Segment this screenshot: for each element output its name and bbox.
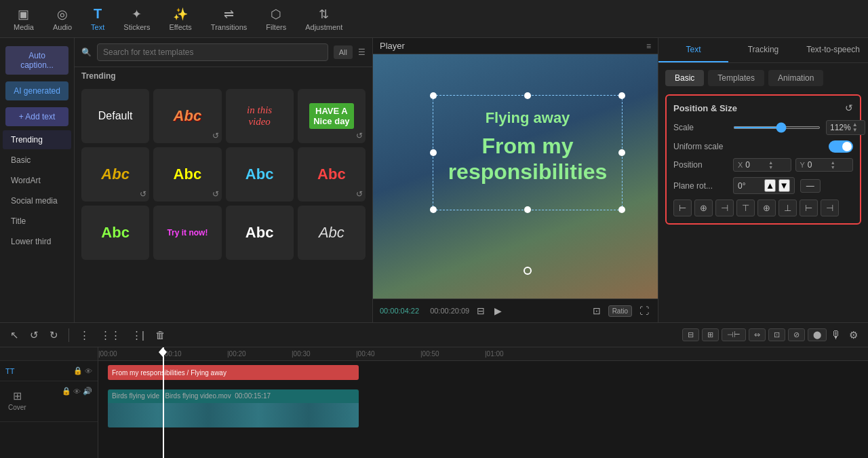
tl-tool-2[interactable]: ⊞ (702, 328, 719, 341)
align-top[interactable]: ⊤ (736, 199, 755, 216)
redo-button[interactable]: ↻ (46, 327, 62, 343)
sidebar-item-social-media[interactable]: Social media (3, 191, 71, 210)
tl-tool-4[interactable]: ⇔ (749, 328, 766, 341)
time-total: 00:00:20:09 (430, 307, 469, 315)
toolbar-transitions[interactable]: ⇌ Transitions (204, 4, 254, 34)
trim-button[interactable]: ⋮| (128, 327, 148, 343)
player-menu-icon[interactable]: ≡ (646, 41, 651, 51)
align-distribute-v[interactable]: ⊣ (821, 199, 839, 216)
align-distribute-h[interactable]: ⊢ (800, 199, 818, 216)
add-text-button[interactable]: + Add text (5, 107, 68, 126)
template-abc-white[interactable]: Abc (226, 206, 294, 260)
template-default[interactable]: Default (81, 89, 149, 143)
rot-down[interactable]: ▼ (778, 179, 790, 192)
toolbar-audio[interactable]: ◎ Audio (46, 4, 79, 34)
tab-text-to-speech[interactable]: Text-to-speech (798, 38, 868, 62)
tl-tool-3[interactable]: ⊣⊢ (722, 328, 746, 341)
position-x-field: X ▲ ▼ (733, 158, 791, 172)
template-have-nice-day[interactable]: HAVE ANice day ↺ (298, 89, 366, 143)
sub-tab-animation[interactable]: Animation (768, 70, 823, 86)
pos-y-down[interactable]: ▼ (831, 165, 835, 170)
toolbar-media[interactable]: ▣ Media (7, 4, 41, 34)
video-track-audio[interactable]: 🔊 (83, 387, 92, 396)
scale-slider[interactable] (733, 126, 821, 129)
rot-up[interactable]: ▲ (764, 179, 776, 192)
sidebar-item-wordart[interactable]: WordArt (3, 171, 71, 190)
sidebar-item-basic[interactable]: Basic (3, 151, 71, 170)
align-buttons-row: ⊢ ⊕ ⊣ ⊤ ⊕ ⊥ ⊢ ⊣ (673, 199, 853, 216)
toolbar-adjustment[interactable]: ⇅ Adjustment (298, 4, 349, 34)
position-y-field: Y ▲ ▼ (795, 158, 854, 172)
template-abc-gold[interactable]: Abc ↺ (81, 147, 149, 202)
position-y-input[interactable] (808, 160, 828, 170)
scale-down[interactable]: ▼ (852, 128, 858, 133)
toolbar-effects[interactable]: ✨ Effects (162, 4, 198, 34)
search-input[interactable] (97, 43, 328, 61)
undo-button[interactable]: ↺ (26, 327, 42, 343)
tl-tool-1[interactable]: ⊟ (682, 328, 699, 341)
plane-rot-input[interactable] (738, 181, 762, 191)
cover-button[interactable]: ⊞ Cover (5, 387, 29, 414)
ai-generated-button[interactable]: AI generated (5, 81, 68, 100)
tl-settings[interactable]: ⚙ (846, 327, 861, 343)
all-filter-button[interactable]: All (334, 45, 353, 59)
pos-y-up[interactable]: ▲ (831, 160, 835, 165)
mic-button[interactable]: 🎙 (831, 329, 842, 341)
video-track-eye[interactable]: 👁 (73, 387, 81, 396)
tl-tool-7[interactable]: ⬤ (808, 328, 827, 341)
sub-tab-basic[interactable]: Basic (665, 70, 704, 86)
template-abc-cyan[interactable]: Abc (226, 147, 294, 202)
sidebar-item-title[interactable]: Title (3, 212, 71, 231)
canvas-center-handle[interactable] (524, 267, 532, 275)
tab-text[interactable]: Text (658, 38, 728, 62)
position-x-stepper[interactable]: ▲ ▼ (768, 160, 773, 170)
template-abc-red2[interactable]: Abc ↺ (298, 147, 366, 202)
toolbar-text[interactable]: T Text (84, 3, 111, 34)
tl-tool-5[interactable]: ⊡ (768, 328, 785, 341)
text-track-lock[interactable]: 🔒 (73, 366, 83, 375)
pos-x-up[interactable]: ▲ (768, 160, 773, 165)
align-center-h[interactable]: ⊕ (694, 199, 713, 216)
fit-button[interactable]: ⊡ (591, 303, 603, 318)
align-bottom[interactable]: ⊥ (778, 199, 797, 216)
plane-rot-stepper[interactable]: ▲ ▼ (764, 179, 790, 192)
align-left[interactable]: ⊢ (673, 199, 692, 216)
align-center-v[interactable]: ⊕ (757, 199, 776, 216)
template-abc-yellow[interactable]: Abc ↺ (153, 147, 221, 202)
video-track-lock[interactable]: 🔒 (62, 387, 71, 396)
ratio-button[interactable]: Ratio (608, 305, 632, 317)
template-abc-red-script[interactable]: in thisvideo (226, 89, 294, 143)
template-abc-white2[interactable]: Abc (298, 206, 366, 260)
toolbar-filters[interactable]: ⬡ Filters (259, 4, 293, 34)
position-y-stepper[interactable]: ▲ ▼ (831, 160, 835, 170)
split-button[interactable]: ⋮ (76, 327, 93, 343)
fullscreen-button[interactable]: ⛶ (637, 303, 651, 318)
auto-caption-button[interactable]: Auto caption... (5, 46, 68, 75)
tl-tool-6[interactable]: ⊘ (788, 328, 805, 341)
position-x-input[interactable] (745, 160, 766, 170)
canvas-background (373, 54, 658, 299)
refresh-icon: ↺ (212, 131, 219, 140)
uniform-scale-toggle[interactable] (829, 140, 853, 153)
align-right[interactable]: ⊣ (715, 199, 734, 216)
position-size-title: Position & Size (673, 103, 737, 113)
text-track-eye[interactable]: 👁 (85, 367, 92, 375)
template-abc-pink[interactable]: Abc ↺ (153, 89, 221, 143)
reset-button[interactable]: ↺ (845, 102, 853, 113)
text-clip[interactable]: From my responsibilities / Flying away (108, 365, 359, 380)
timeline-view-button[interactable]: ⊟ (475, 303, 487, 318)
sub-tab-templates[interactable]: Templates (708, 70, 764, 86)
pos-x-down[interactable]: ▼ (768, 165, 773, 170)
template-abc-green[interactable]: Abc (81, 206, 149, 260)
video-clip[interactable]: Birds flying vide Birds flying video.mov… (108, 389, 359, 427)
play-button[interactable]: ▶ (492, 303, 504, 318)
scale-stepper[interactable]: ▲ ▼ (852, 122, 858, 133)
sidebar-item-trending[interactable]: Trending (3, 130, 71, 149)
sidebar-item-lower-third[interactable]: Lower third (3, 232, 71, 251)
template-try-it-now[interactable]: Try it now! (153, 206, 221, 260)
cursor-tool[interactable]: ↖ (7, 327, 22, 343)
tab-tracking[interactable]: Tracking (728, 38, 798, 62)
toolbar-stickers[interactable]: ✦ Stickers (117, 4, 157, 34)
split-keep-button[interactable]: ⋮⋮ (97, 327, 124, 343)
delete-button[interactable]: 🗑 (152, 327, 169, 343)
